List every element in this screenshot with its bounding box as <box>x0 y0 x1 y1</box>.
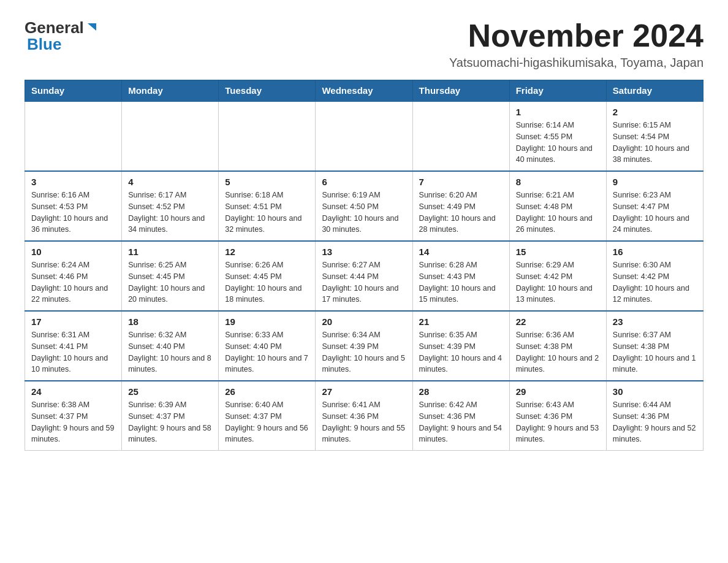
table-row: 20Sunrise: 6:34 AM Sunset: 4:39 PM Dayli… <box>316 311 412 381</box>
day-info: Sunrise: 6:14 AM Sunset: 4:55 PM Dayligh… <box>516 120 600 166</box>
table-row: 28Sunrise: 6:42 AM Sunset: 4:36 PM Dayli… <box>412 381 509 451</box>
table-row: 10Sunrise: 6:24 AM Sunset: 4:46 PM Dayli… <box>25 241 122 311</box>
day-info: Sunrise: 6:26 AM Sunset: 4:45 PM Dayligh… <box>225 259 309 305</box>
day-number: 3 <box>31 177 115 187</box>
table-row: 3Sunrise: 6:16 AM Sunset: 4:53 PM Daylig… <box>25 171 122 241</box>
table-row: 21Sunrise: 6:35 AM Sunset: 4:39 PM Dayli… <box>412 311 509 381</box>
day-number: 14 <box>419 247 503 257</box>
table-row: 17Sunrise: 6:31 AM Sunset: 4:41 PM Dayli… <box>25 311 122 381</box>
day-info: Sunrise: 6:28 AM Sunset: 4:43 PM Dayligh… <box>419 259 503 305</box>
calendar-week-row: 1Sunrise: 6:14 AM Sunset: 4:55 PM Daylig… <box>25 101 703 171</box>
table-row: 18Sunrise: 6:32 AM Sunset: 4:40 PM Dayli… <box>122 311 219 381</box>
table-row: 16Sunrise: 6:30 AM Sunset: 4:42 PM Dayli… <box>606 241 703 311</box>
calendar-table: Sunday Monday Tuesday Wednesday Thursday… <box>25 80 703 451</box>
day-number: 9 <box>613 177 697 187</box>
day-number: 8 <box>516 177 600 187</box>
table-row: 22Sunrise: 6:36 AM Sunset: 4:38 PM Dayli… <box>509 311 606 381</box>
logo-arrow-icon <box>85 21 99 34</box>
day-info: Sunrise: 6:27 AM Sunset: 4:44 PM Dayligh… <box>322 259 406 305</box>
table-row: 7Sunrise: 6:20 AM Sunset: 4:49 PM Daylig… <box>412 171 509 241</box>
day-info: Sunrise: 6:36 AM Sunset: 4:38 PM Dayligh… <box>516 329 600 375</box>
day-info: Sunrise: 6:40 AM Sunset: 4:37 PM Dayligh… <box>225 399 309 445</box>
calendar-header-row: Sunday Monday Tuesday Wednesday Thursday… <box>25 80 703 102</box>
table-row <box>316 101 412 171</box>
month-year-title: November 2024 <box>449 18 703 53</box>
day-info: Sunrise: 6:34 AM Sunset: 4:39 PM Dayligh… <box>322 329 406 375</box>
day-number: 29 <box>516 386 600 397</box>
day-info: Sunrise: 6:30 AM Sunset: 4:42 PM Dayligh… <box>613 259 697 305</box>
table-row <box>122 101 219 171</box>
table-row: 25Sunrise: 6:39 AM Sunset: 4:37 PM Dayli… <box>122 381 219 451</box>
day-number: 19 <box>225 316 309 327</box>
table-row: 4Sunrise: 6:17 AM Sunset: 4:52 PM Daylig… <box>122 171 219 241</box>
day-number: 26 <box>225 386 309 397</box>
col-monday: Monday <box>122 80 219 102</box>
day-info: Sunrise: 6:35 AM Sunset: 4:39 PM Dayligh… <box>419 329 503 375</box>
col-friday: Friday <box>509 80 606 102</box>
day-number: 11 <box>128 247 212 257</box>
calendar-week-row: 17Sunrise: 6:31 AM Sunset: 4:41 PM Dayli… <box>25 311 703 381</box>
day-info: Sunrise: 6:25 AM Sunset: 4:45 PM Dayligh… <box>128 259 212 305</box>
day-info: Sunrise: 6:16 AM Sunset: 4:53 PM Dayligh… <box>31 190 115 236</box>
table-row: 24Sunrise: 6:38 AM Sunset: 4:37 PM Dayli… <box>25 381 122 451</box>
day-info: Sunrise: 6:23 AM Sunset: 4:47 PM Dayligh… <box>613 190 697 236</box>
day-info: Sunrise: 6:31 AM Sunset: 4:41 PM Dayligh… <box>31 329 115 375</box>
svg-marker-0 <box>88 23 96 31</box>
day-number: 28 <box>419 386 503 397</box>
page-header: General Blue November 2024 Yatsuomachi-h… <box>25 18 703 70</box>
day-info: Sunrise: 6:15 AM Sunset: 4:54 PM Dayligh… <box>613 120 697 166</box>
calendar-week-row: 24Sunrise: 6:38 AM Sunset: 4:37 PM Dayli… <box>25 381 703 451</box>
day-number: 12 <box>225 247 309 257</box>
day-info: Sunrise: 6:43 AM Sunset: 4:36 PM Dayligh… <box>516 399 600 445</box>
day-number: 20 <box>322 316 406 327</box>
calendar-week-row: 3Sunrise: 6:16 AM Sunset: 4:53 PM Daylig… <box>25 171 703 241</box>
day-number: 30 <box>613 386 697 397</box>
location-subtitle: Yatsuomachi-higashikumisaka, Toyama, Jap… <box>449 56 703 70</box>
table-row: 5Sunrise: 6:18 AM Sunset: 4:51 PM Daylig… <box>219 171 316 241</box>
day-number: 5 <box>225 177 309 187</box>
col-saturday: Saturday <box>606 80 703 102</box>
table-row: 9Sunrise: 6:23 AM Sunset: 4:47 PM Daylig… <box>606 171 703 241</box>
table-row: 1Sunrise: 6:14 AM Sunset: 4:55 PM Daylig… <box>509 101 606 171</box>
day-number: 1 <box>516 107 600 117</box>
day-info: Sunrise: 6:37 AM Sunset: 4:38 PM Dayligh… <box>613 329 697 375</box>
table-row: 19Sunrise: 6:33 AM Sunset: 4:40 PM Dayli… <box>219 311 316 381</box>
logo-blue-text: Blue <box>25 35 61 54</box>
table-row <box>412 101 509 171</box>
calendar-week-row: 10Sunrise: 6:24 AM Sunset: 4:46 PM Dayli… <box>25 241 703 311</box>
day-number: 18 <box>128 316 212 327</box>
day-number: 23 <box>613 316 697 327</box>
day-number: 10 <box>31 247 115 257</box>
day-number: 21 <box>419 316 503 327</box>
table-row: 27Sunrise: 6:41 AM Sunset: 4:36 PM Dayli… <box>316 381 412 451</box>
day-number: 2 <box>613 107 697 117</box>
table-row: 14Sunrise: 6:28 AM Sunset: 4:43 PM Dayli… <box>412 241 509 311</box>
day-info: Sunrise: 6:39 AM Sunset: 4:37 PM Dayligh… <box>128 399 212 445</box>
logo: General Blue <box>25 18 99 54</box>
table-row: 15Sunrise: 6:29 AM Sunset: 4:42 PM Dayli… <box>509 241 606 311</box>
table-row: 2Sunrise: 6:15 AM Sunset: 4:54 PM Daylig… <box>606 101 703 171</box>
table-row: 13Sunrise: 6:27 AM Sunset: 4:44 PM Dayli… <box>316 241 412 311</box>
col-tuesday: Tuesday <box>219 80 316 102</box>
day-number: 6 <box>322 177 406 187</box>
day-info: Sunrise: 6:24 AM Sunset: 4:46 PM Dayligh… <box>31 259 115 305</box>
day-info: Sunrise: 6:18 AM Sunset: 4:51 PM Dayligh… <box>225 190 309 236</box>
day-info: Sunrise: 6:17 AM Sunset: 4:52 PM Dayligh… <box>128 190 212 236</box>
col-thursday: Thursday <box>412 80 509 102</box>
day-number: 24 <box>31 386 115 397</box>
day-info: Sunrise: 6:42 AM Sunset: 4:36 PM Dayligh… <box>419 399 503 445</box>
day-info: Sunrise: 6:19 AM Sunset: 4:50 PM Dayligh… <box>322 190 406 236</box>
col-wednesday: Wednesday <box>316 80 412 102</box>
table-row: 29Sunrise: 6:43 AM Sunset: 4:36 PM Dayli… <box>509 381 606 451</box>
table-row: 12Sunrise: 6:26 AM Sunset: 4:45 PM Dayli… <box>219 241 316 311</box>
table-row: 8Sunrise: 6:21 AM Sunset: 4:48 PM Daylig… <box>509 171 606 241</box>
day-number: 17 <box>31 316 115 327</box>
day-info: Sunrise: 6:33 AM Sunset: 4:40 PM Dayligh… <box>225 329 309 375</box>
day-number: 13 <box>322 247 406 257</box>
day-number: 15 <box>516 247 600 257</box>
day-info: Sunrise: 6:38 AM Sunset: 4:37 PM Dayligh… <box>31 399 115 445</box>
table-row <box>25 101 122 171</box>
table-row: 30Sunrise: 6:44 AM Sunset: 4:36 PM Dayli… <box>606 381 703 451</box>
day-info: Sunrise: 6:20 AM Sunset: 4:49 PM Dayligh… <box>419 190 503 236</box>
day-number: 27 <box>322 386 406 397</box>
